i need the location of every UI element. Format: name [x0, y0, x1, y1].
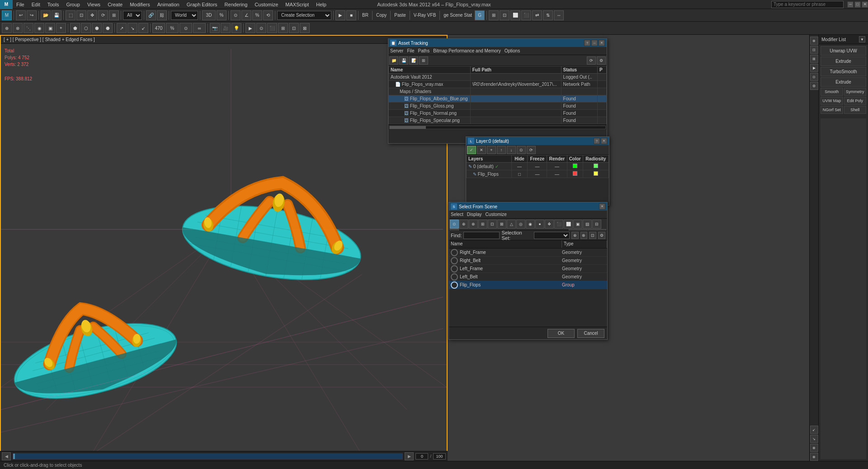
- sfs-cancel-button[interactable]: Cancel: [577, 329, 604, 338]
- sfs-ss-settings[interactable]: ⚙: [598, 232, 605, 239]
- sfs-list[interactable]: Right_Frame Geometry Right_Belt Geometry…: [449, 249, 607, 327]
- layers-tb-refresh[interactable]: ⟳: [527, 146, 536, 154]
- menu-group[interactable]: Group: [62, 1, 84, 8]
- sfs-radio2[interactable]: [451, 265, 458, 272]
- tb-arrow2[interactable]: ⇅: [543, 10, 553, 20]
- table-row[interactable]: ✎ Flip_Flops □ — —: [467, 170, 609, 178]
- at-tb-settings[interactable]: ⚙: [597, 56, 606, 65]
- at-menu-options[interactable]: Options: [505, 48, 520, 53]
- sfs-ss-btn3[interactable]: ⊡: [589, 232, 596, 239]
- table-row[interactable]: ✎ 0 (default) ✓ — — —: [467, 163, 609, 170]
- sfs-selection-set-select[interactable]: [534, 232, 570, 239]
- modifier-nsurf-set[interactable]: NGorf Set: [821, 106, 843, 114]
- sfs-find-input[interactable]: [463, 232, 500, 239]
- timeline-frame-input[interactable]: [415, 453, 428, 460]
- sfs-tb-btn13[interactable]: ⬜: [564, 220, 573, 229]
- at-tb-btn3[interactable]: 📝: [409, 56, 418, 65]
- at-tb-btn4[interactable]: ⊞: [419, 56, 428, 65]
- modifier-extrude2[interactable]: Extrude: [821, 77, 866, 87]
- timeline-track[interactable]: [13, 453, 403, 460]
- tb2-filter4[interactable]: ⬣: [103, 23, 113, 33]
- layers-question-btn[interactable]: ?: [594, 138, 600, 144]
- tb2-num1[interactable]: 470: [152, 23, 165, 33]
- cmd-tab-bottom3[interactable]: ⊗: [810, 444, 818, 452]
- tb2-xform3[interactable]: ↙: [138, 23, 148, 33]
- sfs-menu-select[interactable]: Select: [451, 212, 463, 217]
- modifier-symmetry[interactable]: Symmetry: [844, 88, 867, 96]
- timeline-prev[interactable]: ◀: [2, 452, 11, 460]
- menu-tools[interactable]: Tools: [44, 1, 63, 8]
- tb-arrows[interactable]: ⇄: [532, 10, 542, 20]
- sfs-ok-button[interactable]: OK: [547, 329, 575, 338]
- cmd-tab-bottom2[interactable]: ↘: [810, 435, 818, 443]
- tb-logo[interactable]: M: [2, 10, 12, 20]
- tb-redo[interactable]: ↪: [27, 10, 37, 20]
- sfs-tb-btn4[interactable]: ⊞: [478, 220, 487, 229]
- list-item[interactable]: Right_Belt Geometry: [449, 257, 607, 265]
- sfs-tb-btn8[interactable]: ◎: [516, 220, 525, 229]
- table-row[interactable]: Autodesk Vault 2012 Logged Out (..: [389, 74, 607, 81]
- asset-tracking-titlebar[interactable]: 📋 Asset Tracking ? ─ ✕: [388, 39, 607, 47]
- layers-tb-active[interactable]: ✓: [467, 146, 476, 154]
- list-item[interactable]: Left_Frame Geometry: [449, 265, 607, 273]
- sfs-tb-btn11[interactable]: ❖: [545, 220, 554, 229]
- sfs-tb-btn15[interactable]: ▤: [583, 220, 592, 229]
- tb-percent[interactable]: %: [217, 10, 226, 20]
- table-row[interactable]: 🖼 Flip_Flops_Specular.png Found: [389, 117, 607, 124]
- tb-save[interactable]: 💾: [52, 10, 61, 20]
- tb2-cam2[interactable]: 🎥: [221, 23, 231, 33]
- cmd-tab-motion[interactable]: ▶: [810, 64, 818, 72]
- layers-titlebar[interactable]: L Layer:0 (default) ? ✕: [466, 137, 609, 145]
- sfs-tb-btn6[interactable]: ⊠: [497, 220, 506, 229]
- sfs-tb-btn1[interactable]: ⊙: [450, 220, 459, 229]
- sfs-radio1[interactable]: [451, 257, 458, 264]
- sfs-close-btn[interactable]: ✕: [599, 203, 605, 210]
- table-row[interactable]: Maps / Shaders: [389, 88, 607, 95]
- timeline-thumb[interactable]: [13, 454, 15, 459]
- tb-view1[interactable]: ⊞: [489, 10, 499, 20]
- tb2-num3[interactable]: ⊙: [179, 23, 192, 33]
- sfs-menu-customize[interactable]: Customize: [486, 212, 507, 217]
- timeline-next[interactable]: ▶: [405, 452, 414, 460]
- tb2-render5[interactable]: ⊡: [289, 23, 299, 33]
- menu-help[interactable]: Help: [312, 1, 330, 8]
- tb-view4[interactable]: ⬛: [521, 10, 531, 20]
- search-input[interactable]: [771, 1, 844, 8]
- tb-undo[interactable]: ↩: [16, 10, 26, 20]
- modifier-shell[interactable]: Shell: [844, 106, 867, 114]
- layers-tb-move[interactable]: ↑: [497, 146, 506, 154]
- tb-angle-snap[interactable]: ∠: [241, 10, 251, 20]
- tb2-select2[interactable]: ⊗: [13, 23, 23, 33]
- sfs-radio3[interactable]: [451, 273, 458, 281]
- sfs-tb-btn10[interactable]: ●: [535, 220, 544, 229]
- menu-customize[interactable]: Customize: [251, 1, 282, 8]
- tb-ge-icon[interactable]: G: [475, 10, 485, 20]
- layers-tb-move2[interactable]: ↓: [507, 146, 516, 154]
- at-table-container[interactable]: Name Full Path Status P Autodesk Vault 2…: [388, 66, 607, 124]
- table-row[interactable]: 🖼 Flip_Flops_Albedo_Blue.png Found: [389, 95, 607, 103]
- menu-views[interactable]: Views: [84, 1, 104, 8]
- tb2-lasso[interactable]: ⌖: [56, 23, 66, 33]
- modifier-unwrap-uvw[interactable]: Unwrap UVW: [821, 46, 866, 56]
- scene-canvas[interactable]: Total Polys: 4 752 Verts: 2 372 FPS: 388…: [1, 44, 447, 460]
- world-dropdown[interactable]: World: [171, 11, 198, 20]
- tb2-num2[interactable]: %: [166, 23, 179, 33]
- minimize-button[interactable]: ─: [847, 1, 854, 8]
- modifier-extrude1[interactable]: Extrude: [821, 56, 866, 66]
- tb-snap[interactable]: ⊙: [231, 10, 241, 20]
- tb-select-region[interactable]: ⊡: [76, 10, 86, 20]
- tb2-select3[interactable]: ⋱: [24, 23, 33, 33]
- cmd-tab-bottom4[interactable]: ⊗: [810, 453, 818, 461]
- tb-stop[interactable]: ■: [346, 10, 356, 20]
- tb2-paint[interactable]: ◉: [34, 23, 44, 33]
- tb2-render3[interactable]: ⬛: [267, 23, 277, 33]
- layers-tb-add[interactable]: +: [487, 146, 496, 154]
- cmd-tab-hierarchy[interactable]: ⊞: [810, 55, 818, 63]
- list-item[interactable]: Left_Belt Geometry: [449, 273, 607, 281]
- modifier-edit-poly[interactable]: Edit Poly: [844, 97, 867, 105]
- sfs-tb-btn12[interactable]: ⬛: [554, 220, 563, 229]
- at-menu-server[interactable]: Server: [390, 48, 403, 53]
- modifier-list-dropdown[interactable]: ▼: [859, 36, 865, 42]
- modifier-uvw-map[interactable]: UVW Map: [821, 97, 843, 105]
- sfs-titlebar[interactable]: S Select From Scene ✕: [449, 202, 607, 211]
